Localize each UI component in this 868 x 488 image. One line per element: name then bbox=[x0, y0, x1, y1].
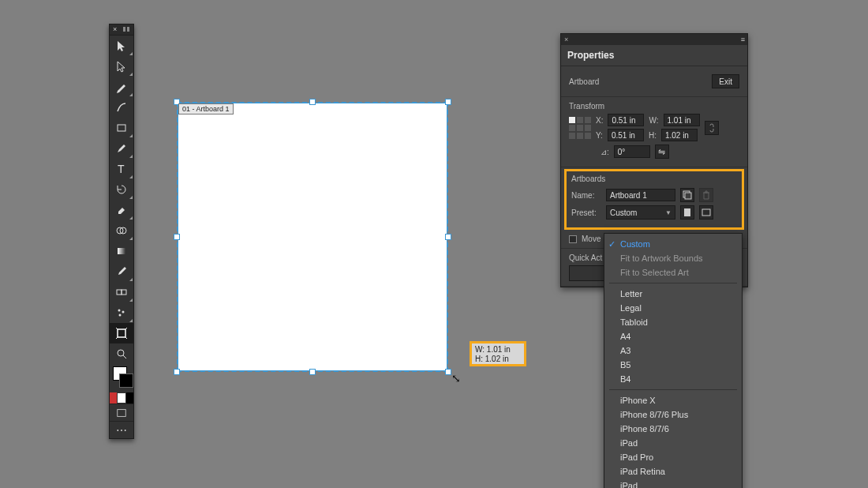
artboard-tool[interactable] bbox=[110, 323, 133, 343]
resize-handle-t[interactable] bbox=[309, 99, 316, 105]
exit-button[interactable]: Exit bbox=[712, 74, 739, 88]
move-checkbox[interactable] bbox=[569, 235, 577, 243]
svg-text:T: T bbox=[118, 163, 125, 175]
h-field[interactable]: 1.02 in bbox=[661, 129, 698, 141]
eyedropper-tool[interactable] bbox=[110, 261, 133, 282]
resize-handle-r[interactable] bbox=[445, 234, 451, 240]
type-tool[interactable]: T bbox=[110, 159, 133, 179]
rectangle-tool[interactable] bbox=[110, 118, 133, 138]
resize-cursor-icon: ⤡ bbox=[451, 372, 461, 385]
resize-handle-tr[interactable] bbox=[445, 99, 451, 105]
panel-menu-icon[interactable]: ≡ bbox=[741, 36, 744, 43]
flip-h-icon[interactable]: ⇋ bbox=[655, 145, 669, 159]
move-label: Move bbox=[582, 235, 600, 243]
artboard-name-field[interactable]: Artboard 1 bbox=[606, 189, 675, 201]
dim-width: W: 1.01 in bbox=[475, 345, 521, 355]
svg-point-9 bbox=[119, 314, 122, 317]
eraser-tool[interactable] bbox=[110, 200, 133, 220]
constrain-proportions-icon[interactable] bbox=[705, 121, 719, 135]
preset-option[interactable]: iPhone X bbox=[604, 393, 742, 407]
reference-point-grid[interactable] bbox=[569, 117, 591, 139]
preset-option-custom[interactable]: Custom bbox=[604, 237, 742, 251]
h-label: H: bbox=[649, 131, 657, 140]
orientation-landscape-icon[interactable] bbox=[699, 205, 713, 220]
selection-type-label: Artboard bbox=[569, 77, 599, 86]
svg-rect-12 bbox=[118, 409, 126, 416]
angle-field[interactable]: 0° bbox=[614, 145, 650, 158]
svg-rect-14 bbox=[685, 193, 691, 199]
preset-option[interactable]: A3 bbox=[604, 343, 742, 358]
symbol-sprayer-tool[interactable] bbox=[110, 302, 133, 323]
angle-label: ⊿: bbox=[600, 148, 609, 156]
fill-stroke-swatches[interactable] bbox=[110, 364, 133, 392]
svg-point-7 bbox=[118, 310, 121, 312]
resize-handle-bl[interactable] bbox=[174, 369, 180, 375]
preset-option[interactable]: B5 bbox=[604, 358, 742, 372]
y-label: Y: bbox=[596, 131, 603, 140]
curvature-tool[interactable] bbox=[110, 97, 133, 118]
preset-option[interactable]: iPad Pro bbox=[604, 450, 742, 464]
new-artboard-icon[interactable] bbox=[680, 188, 694, 202]
x-field[interactable]: 0.51 in bbox=[608, 114, 644, 126]
preset-option-fit-selected[interactable]: Fit to Selected Art bbox=[604, 265, 742, 280]
panel-close-icon[interactable]: × bbox=[564, 36, 568, 43]
resize-handle-l[interactable] bbox=[174, 234, 180, 240]
selection-tool[interactable] bbox=[110, 36, 133, 56]
panel-title: Properties bbox=[567, 50, 614, 61]
expand-icon[interactable] bbox=[123, 27, 131, 32]
shape-builder-tool[interactable] bbox=[110, 220, 133, 241]
preset-option[interactable]: iPhone 8/7/6 Plus bbox=[604, 407, 742, 422]
dim-height: H: 1.02 in bbox=[475, 355, 521, 364]
dropdown-separator bbox=[609, 283, 737, 283]
stroke-swatch[interactable] bbox=[119, 374, 133, 388]
rotate-tool[interactable] bbox=[110, 179, 133, 200]
w-label: W: bbox=[649, 116, 658, 125]
preset-option[interactable]: iPad Retina bbox=[604, 464, 742, 479]
pen-tool[interactable] bbox=[110, 77, 133, 97]
edit-toolbar-button[interactable]: ⋯ bbox=[110, 421, 133, 438]
tool-palette: × T ⋯ bbox=[109, 24, 134, 439]
delete-artboard-icon bbox=[699, 188, 713, 202]
color-mode-row[interactable] bbox=[110, 392, 133, 404]
preset-option[interactable]: iPad bbox=[604, 436, 742, 450]
paintbrush-tool[interactable] bbox=[110, 138, 133, 159]
svg-rect-0 bbox=[118, 125, 125, 131]
preset-option[interactable]: A4 bbox=[604, 329, 742, 343]
svg-rect-5 bbox=[117, 290, 122, 295]
preset-option[interactable]: iPhone 8/7/6 bbox=[604, 422, 742, 436]
zoom-tool[interactable] bbox=[110, 343, 133, 364]
preset-option[interactable]: Tabloid bbox=[604, 315, 742, 329]
preset-value: Custom bbox=[610, 208, 637, 217]
artboard-label: 01 - Artboard 1 bbox=[178, 103, 234, 114]
resize-handle-br[interactable] bbox=[445, 369, 451, 375]
resize-handle-b[interactable] bbox=[309, 369, 316, 375]
preset-option[interactable]: B4 bbox=[604, 372, 742, 386]
preset-dropdown: Custom Fit to Artwork Bounds Fit to Sele… bbox=[604, 233, 743, 488]
svg-rect-10 bbox=[118, 329, 125, 337]
blend-tool[interactable] bbox=[110, 282, 133, 302]
chevron-down-icon: ▼ bbox=[665, 209, 672, 216]
svg-rect-4 bbox=[118, 248, 125, 254]
palette-header[interactable]: × bbox=[110, 24, 133, 36]
preset-select[interactable]: Custom ▼ bbox=[606, 205, 675, 220]
panel-tabbar[interactable]: × ≡ bbox=[561, 34, 747, 45]
preset-option[interactable]: Legal bbox=[604, 301, 742, 315]
quick-action-button[interactable] bbox=[569, 265, 608, 281]
gradient-tool[interactable] bbox=[110, 241, 133, 261]
svg-rect-16 bbox=[702, 209, 710, 216]
svg-rect-6 bbox=[122, 290, 126, 295]
orientation-portrait-icon[interactable] bbox=[680, 205, 694, 220]
svg-point-11 bbox=[118, 350, 124, 356]
w-field[interactable]: 1.01 in bbox=[664, 114, 700, 126]
screen-mode-tool[interactable] bbox=[110, 404, 133, 421]
name-label: Name: bbox=[571, 191, 601, 200]
direct-selection-tool[interactable] bbox=[110, 56, 133, 77]
preset-option[interactable]: iPad bbox=[604, 479, 742, 488]
close-icon[interactable]: × bbox=[113, 25, 117, 33]
panel-title-row: Properties bbox=[561, 45, 747, 66]
artboards-highlight: Artboards Name: Artboard 1 Preset: Custo… bbox=[564, 169, 744, 230]
y-field[interactable]: 0.51 in bbox=[608, 129, 644, 141]
dropdown-separator bbox=[609, 389, 737, 390]
preset-option-fit-artwork[interactable]: Fit to Artwork Bounds bbox=[604, 251, 742, 265]
preset-option[interactable]: Letter bbox=[604, 287, 742, 301]
